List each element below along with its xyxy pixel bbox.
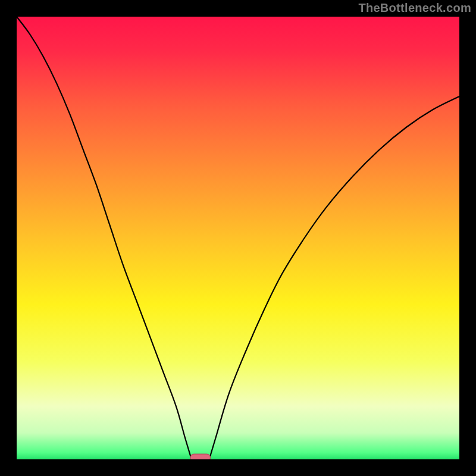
chart-stage: TheBottleneck.com [0, 0, 476, 476]
watermark-text: TheBottleneck.com [358, 1, 471, 15]
background-rect [17, 17, 459, 459]
optimum-pill [190, 454, 210, 459]
plot-area [17, 17, 459, 459]
chart-svg [17, 17, 459, 459]
